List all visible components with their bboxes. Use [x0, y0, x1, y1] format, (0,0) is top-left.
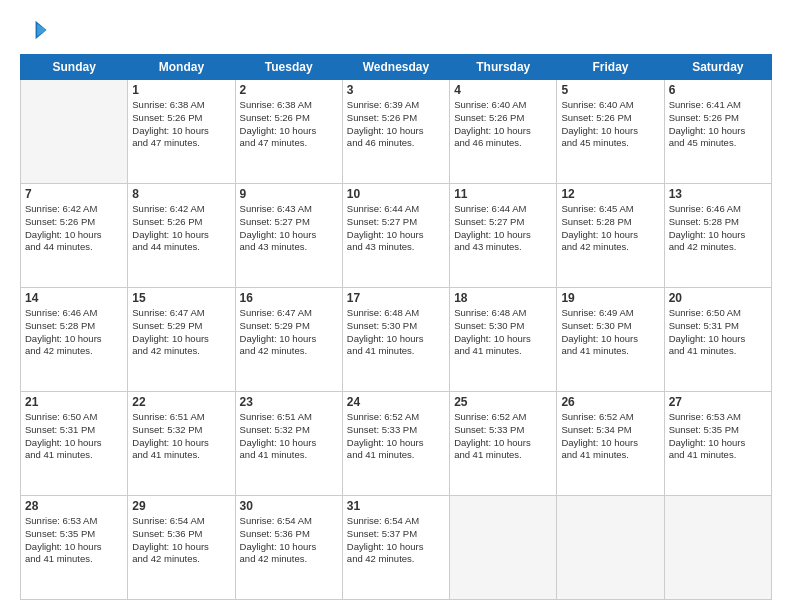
day-info: Sunrise: 6:49 AM Sunset: 5:30 PM Dayligh…: [561, 307, 659, 358]
weekday-header: Thursday: [450, 55, 557, 80]
calendar-day-cell: 9Sunrise: 6:43 AM Sunset: 5:27 PM Daylig…: [235, 184, 342, 288]
day-info: Sunrise: 6:40 AM Sunset: 5:26 PM Dayligh…: [561, 99, 659, 150]
day-number: 26: [561, 395, 659, 409]
calendar-day-cell: 24Sunrise: 6:52 AM Sunset: 5:33 PM Dayli…: [342, 392, 449, 496]
day-info: Sunrise: 6:51 AM Sunset: 5:32 PM Dayligh…: [132, 411, 230, 462]
calendar-day-cell: 30Sunrise: 6:54 AM Sunset: 5:36 PM Dayli…: [235, 496, 342, 600]
day-info: Sunrise: 6:44 AM Sunset: 5:27 PM Dayligh…: [454, 203, 552, 254]
day-number: 3: [347, 83, 445, 97]
svg-marker-1: [37, 24, 46, 36]
logo: [20, 16, 52, 44]
calendar-day-cell: 12Sunrise: 6:45 AM Sunset: 5:28 PM Dayli…: [557, 184, 664, 288]
calendar-week-row: 14Sunrise: 6:46 AM Sunset: 5:28 PM Dayli…: [21, 288, 772, 392]
calendar-day-cell: [450, 496, 557, 600]
day-number: 9: [240, 187, 338, 201]
day-number: 18: [454, 291, 552, 305]
day-number: 25: [454, 395, 552, 409]
calendar-day-cell: 4Sunrise: 6:40 AM Sunset: 5:26 PM Daylig…: [450, 80, 557, 184]
calendar-day-cell: 17Sunrise: 6:48 AM Sunset: 5:30 PM Dayli…: [342, 288, 449, 392]
day-info: Sunrise: 6:44 AM Sunset: 5:27 PM Dayligh…: [347, 203, 445, 254]
day-info: Sunrise: 6:54 AM Sunset: 5:36 PM Dayligh…: [132, 515, 230, 566]
day-info: Sunrise: 6:39 AM Sunset: 5:26 PM Dayligh…: [347, 99, 445, 150]
weekday-header: Tuesday: [235, 55, 342, 80]
calendar-day-cell: 8Sunrise: 6:42 AM Sunset: 5:26 PM Daylig…: [128, 184, 235, 288]
calendar-day-cell: 23Sunrise: 6:51 AM Sunset: 5:32 PM Dayli…: [235, 392, 342, 496]
weekday-header: Sunday: [21, 55, 128, 80]
day-number: 28: [25, 499, 123, 513]
calendar-day-cell: 21Sunrise: 6:50 AM Sunset: 5:31 PM Dayli…: [21, 392, 128, 496]
day-info: Sunrise: 6:52 AM Sunset: 5:33 PM Dayligh…: [347, 411, 445, 462]
day-number: 17: [347, 291, 445, 305]
day-number: 2: [240, 83, 338, 97]
day-number: 24: [347, 395, 445, 409]
day-number: 6: [669, 83, 767, 97]
calendar-day-cell: 10Sunrise: 6:44 AM Sunset: 5:27 PM Dayli…: [342, 184, 449, 288]
calendar-day-cell: 7Sunrise: 6:42 AM Sunset: 5:26 PM Daylig…: [21, 184, 128, 288]
day-number: 29: [132, 499, 230, 513]
calendar-body: 1Sunrise: 6:38 AM Sunset: 5:26 PM Daylig…: [21, 80, 772, 600]
day-info: Sunrise: 6:47 AM Sunset: 5:29 PM Dayligh…: [132, 307, 230, 358]
page: SundayMondayTuesdayWednesdayThursdayFrid…: [0, 0, 792, 612]
calendar-day-cell: [557, 496, 664, 600]
calendar-day-cell: [21, 80, 128, 184]
day-info: Sunrise: 6:43 AM Sunset: 5:27 PM Dayligh…: [240, 203, 338, 254]
day-number: 8: [132, 187, 230, 201]
day-info: Sunrise: 6:45 AM Sunset: 5:28 PM Dayligh…: [561, 203, 659, 254]
calendar-day-cell: 5Sunrise: 6:40 AM Sunset: 5:26 PM Daylig…: [557, 80, 664, 184]
day-number: 19: [561, 291, 659, 305]
calendar-day-cell: 26Sunrise: 6:52 AM Sunset: 5:34 PM Dayli…: [557, 392, 664, 496]
calendar-day-cell: 13Sunrise: 6:46 AM Sunset: 5:28 PM Dayli…: [664, 184, 771, 288]
day-info: Sunrise: 6:50 AM Sunset: 5:31 PM Dayligh…: [25, 411, 123, 462]
weekday-header: Wednesday: [342, 55, 449, 80]
day-number: 4: [454, 83, 552, 97]
day-info: Sunrise: 6:54 AM Sunset: 5:37 PM Dayligh…: [347, 515, 445, 566]
day-info: Sunrise: 6:42 AM Sunset: 5:26 PM Dayligh…: [25, 203, 123, 254]
calendar-day-cell: 15Sunrise: 6:47 AM Sunset: 5:29 PM Dayli…: [128, 288, 235, 392]
calendar-day-cell: 22Sunrise: 6:51 AM Sunset: 5:32 PM Dayli…: [128, 392, 235, 496]
day-info: Sunrise: 6:48 AM Sunset: 5:30 PM Dayligh…: [454, 307, 552, 358]
calendar-day-cell: 31Sunrise: 6:54 AM Sunset: 5:37 PM Dayli…: [342, 496, 449, 600]
day-number: 1: [132, 83, 230, 97]
weekday-header: Friday: [557, 55, 664, 80]
calendar-day-cell: 29Sunrise: 6:54 AM Sunset: 5:36 PM Dayli…: [128, 496, 235, 600]
day-number: 16: [240, 291, 338, 305]
day-info: Sunrise: 6:42 AM Sunset: 5:26 PM Dayligh…: [132, 203, 230, 254]
calendar-day-cell: [664, 496, 771, 600]
day-number: 11: [454, 187, 552, 201]
calendar-day-cell: 18Sunrise: 6:48 AM Sunset: 5:30 PM Dayli…: [450, 288, 557, 392]
calendar-day-cell: 19Sunrise: 6:49 AM Sunset: 5:30 PM Dayli…: [557, 288, 664, 392]
day-info: Sunrise: 6:53 AM Sunset: 5:35 PM Dayligh…: [669, 411, 767, 462]
day-info: Sunrise: 6:54 AM Sunset: 5:36 PM Dayligh…: [240, 515, 338, 566]
day-number: 30: [240, 499, 338, 513]
day-number: 5: [561, 83, 659, 97]
header: [20, 16, 772, 44]
calendar-day-cell: 14Sunrise: 6:46 AM Sunset: 5:28 PM Dayli…: [21, 288, 128, 392]
day-number: 7: [25, 187, 123, 201]
weekday-header: Saturday: [664, 55, 771, 80]
day-info: Sunrise: 6:48 AM Sunset: 5:30 PM Dayligh…: [347, 307, 445, 358]
day-number: 10: [347, 187, 445, 201]
calendar-week-row: 7Sunrise: 6:42 AM Sunset: 5:26 PM Daylig…: [21, 184, 772, 288]
day-info: Sunrise: 6:41 AM Sunset: 5:26 PM Dayligh…: [669, 99, 767, 150]
calendar-table: SundayMondayTuesdayWednesdayThursdayFrid…: [20, 54, 772, 600]
calendar-day-cell: 25Sunrise: 6:52 AM Sunset: 5:33 PM Dayli…: [450, 392, 557, 496]
day-info: Sunrise: 6:53 AM Sunset: 5:35 PM Dayligh…: [25, 515, 123, 566]
calendar-day-cell: 20Sunrise: 6:50 AM Sunset: 5:31 PM Dayli…: [664, 288, 771, 392]
day-info: Sunrise: 6:50 AM Sunset: 5:31 PM Dayligh…: [669, 307, 767, 358]
calendar-header: SundayMondayTuesdayWednesdayThursdayFrid…: [21, 55, 772, 80]
calendar-week-row: 1Sunrise: 6:38 AM Sunset: 5:26 PM Daylig…: [21, 80, 772, 184]
day-number: 12: [561, 187, 659, 201]
day-info: Sunrise: 6:38 AM Sunset: 5:26 PM Dayligh…: [240, 99, 338, 150]
calendar-day-cell: 1Sunrise: 6:38 AM Sunset: 5:26 PM Daylig…: [128, 80, 235, 184]
calendar-day-cell: 3Sunrise: 6:39 AM Sunset: 5:26 PM Daylig…: [342, 80, 449, 184]
day-info: Sunrise: 6:52 AM Sunset: 5:34 PM Dayligh…: [561, 411, 659, 462]
day-number: 31: [347, 499, 445, 513]
day-number: 15: [132, 291, 230, 305]
day-number: 13: [669, 187, 767, 201]
day-number: 27: [669, 395, 767, 409]
day-info: Sunrise: 6:46 AM Sunset: 5:28 PM Dayligh…: [25, 307, 123, 358]
calendar-day-cell: 2Sunrise: 6:38 AM Sunset: 5:26 PM Daylig…: [235, 80, 342, 184]
calendar-week-row: 21Sunrise: 6:50 AM Sunset: 5:31 PM Dayli…: [21, 392, 772, 496]
logo-icon: [20, 16, 48, 44]
day-number: 14: [25, 291, 123, 305]
